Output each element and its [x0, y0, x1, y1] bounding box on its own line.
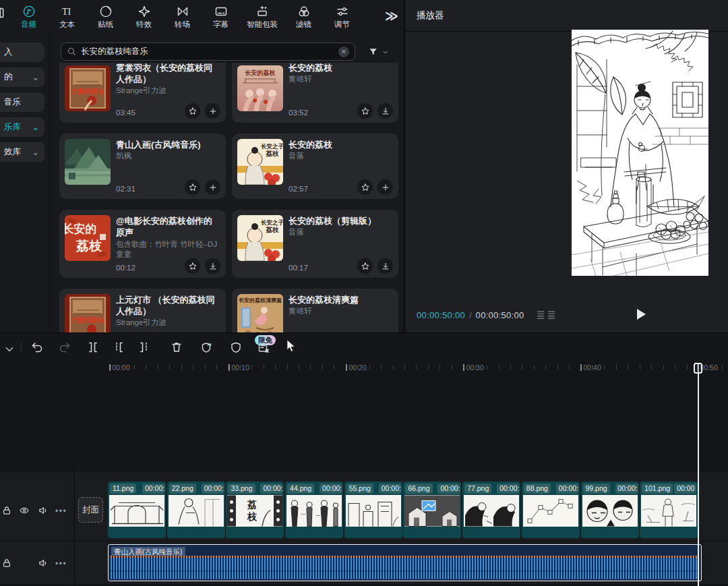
tab-audio[interactable]: 音频 — [9, 1, 48, 31]
mask-shield-icon[interactable] — [229, 341, 243, 354]
video-clip[interactable]: 88.png00:00:0 — [522, 481, 580, 538]
album-art: 长安之子荔枝 — [237, 215, 283, 261]
track-artist: 凯枫 — [116, 151, 220, 161]
favorite-star-button[interactable] — [357, 258, 373, 274]
favorite-star-button[interactable] — [357, 179, 373, 195]
player-title: 播放器 — [417, 9, 444, 22]
favorite-star-button[interactable] — [357, 103, 373, 119]
favorite-star-button[interactable] — [185, 258, 200, 274]
video-clip[interactable]: 101.png00:00 — [640, 481, 698, 538]
tab-sticker[interactable]: 贴纸 — [86, 1, 125, 31]
sidebar-item-import[interactable]: 入 — [0, 42, 44, 62]
add-to-timeline-button[interactable] — [205, 179, 220, 195]
tab-effects[interactable]: 特效 — [125, 1, 163, 31]
audio-clip[interactable]: 青山入画(古风纯音乐) — [108, 544, 702, 581]
music-card[interactable]: 长安之子荔枝 长安的荔枝 音落 02:57 — [232, 134, 398, 199]
search-box[interactable]: ✕ — [61, 42, 355, 61]
volume-icon[interactable] — [38, 505, 49, 516]
play-button[interactable] — [634, 307, 648, 324]
ruler-label: 00:20 — [346, 363, 367, 372]
music-card[interactable]: 大唐的荔枝 上元灯市 （长安的荔枝同人作品） Strange引力波 — [59, 289, 226, 332]
video-clip[interactable]: 77.png00:00:0 — [462, 481, 520, 538]
tab-smart-package[interactable]: 智能包装 — [240, 1, 284, 31]
music-card[interactable]: 长安的荔枝 @电影长安的荔枝创作的原声 包含歌曲：竹叶青 竹叶轻–DJ童童 00… — [59, 210, 226, 278]
eye-icon[interactable] — [19, 505, 30, 516]
video-clip[interactable]: 22.png00:00:0 — [167, 481, 225, 538]
smart-mask-ai-icon[interactable]: AI — [200, 341, 213, 354]
track-artist: 音落 — [289, 151, 393, 161]
track-title: 上元灯市 （长安的荔枝同人作品） — [116, 294, 220, 317]
video-clip[interactable]: 11.png00:00:0 — [108, 481, 166, 538]
tab-transitions[interactable]: 转场 — [163, 1, 202, 31]
album-art — [65, 139, 111, 185]
lock-icon[interactable] — [1, 505, 12, 516]
tab-captions[interactable]: 字幕 — [202, 1, 240, 31]
chevron-down-icon: ⌄ — [32, 72, 39, 82]
sidebar-item-music[interactable]: 音乐 — [0, 92, 44, 112]
svg-text:长安之子: 长安之子 — [261, 219, 283, 226]
track-duration: 00:17 — [289, 264, 308, 272]
video-clip[interactable]: 44.png00:00:0 — [285, 481, 343, 538]
tab-media-partial[interactable] — [0, 1, 9, 31]
video-clip[interactable]: 99.png00:00:0 — [581, 481, 639, 538]
track-artist: 黄靖轩 — [289, 74, 393, 84]
clip-thumbnail — [582, 495, 638, 527]
svg-text:荔枝: 荔枝 — [266, 150, 280, 157]
add-to-timeline-button[interactable] — [205, 103, 220, 119]
redo-icon[interactable] — [58, 341, 71, 354]
track-artist: Strange引力波 — [116, 86, 220, 96]
current-time: 00:00:50:00 — [417, 310, 465, 320]
tab-label: 字幕 — [213, 20, 229, 28]
filter-button[interactable] — [368, 44, 396, 60]
download-button[interactable] — [377, 258, 393, 274]
download-button[interactable] — [205, 258, 220, 274]
favorite-star-button[interactable] — [185, 179, 200, 195]
clip-thumbnail — [346, 495, 401, 527]
music-card[interactable]: 长安的荔枝 长安的荔枝 黄靖轩 03:52 — [232, 63, 398, 123]
video-preview[interactable] — [572, 30, 708, 276]
time-ruler[interactable]: 00:00 00:10 00:20 00:30 00:40 00:50 — [0, 361, 728, 377]
sidebar-item-sound-effects[interactable]: 效库⌄ — [0, 142, 44, 162]
more-options-icon[interactable]: ••• — [55, 559, 67, 568]
track-title: 长安的荔枝（剪辑版） — [289, 215, 393, 227]
tab-filters[interactable]: 滤镜 — [284, 1, 323, 31]
delete-trash-icon[interactable] — [170, 341, 183, 354]
tab-text[interactable]: TI 文本 — [48, 1, 86, 31]
tab-adjust[interactable]: 调节 — [323, 1, 361, 31]
search-input[interactable] — [81, 47, 334, 57]
sidebar-item-music-library[interactable]: 乐库⌄ — [0, 117, 44, 137]
favorite-star-button[interactable] — [185, 103, 200, 119]
video-clip[interactable]: 55.png00:00:0 — [344, 481, 402, 538]
total-time: 00:00:50:00 — [476, 310, 524, 320]
undo-icon[interactable] — [30, 341, 44, 354]
trim-right-icon[interactable] — [138, 341, 151, 354]
trim-left-icon[interactable] — [112, 341, 125, 354]
media-icon — [0, 5, 5, 20]
music-card[interactable]: 大唐的荔枝 霓裳羽衣（长安的荔枝同人作品） Strange引力波 03:45 — [59, 63, 226, 123]
music-note-circle-icon — [22, 5, 36, 18]
add-to-timeline-button[interactable] — [377, 179, 393, 195]
video-clip[interactable]: 66.png00:00:0 — [403, 481, 461, 538]
sidebar-divider — [49, 32, 49, 332]
video-clip[interactable]: 33.png00:00:0 荔枝 — [226, 481, 284, 538]
preview-layout-buttons[interactable] — [537, 310, 555, 320]
split-clip-icon[interactable] — [86, 341, 100, 354]
music-card[interactable]: 长安之子荔枝 长安的荔枝（剪辑版） 音落 00:17 — [232, 210, 398, 278]
playhead-line — [698, 363, 699, 586]
expand-panel-button[interactable]: ≫ — [385, 8, 397, 24]
volume-icon[interactable] — [38, 558, 49, 568]
music-card[interactable]: 长安的荔枝清爽篇 长安的荔枝清爽篇 黄靖轩 — [232, 289, 398, 332]
mouse-cursor — [286, 339, 296, 353]
funnel-icon — [368, 47, 379, 57]
lock-icon[interactable] — [1, 558, 12, 568]
column-list-icon — [547, 310, 555, 320]
playhead-handle[interactable] — [694, 363, 702, 374]
music-card[interactable]: 青山入画(古风纯音乐) 凯枫 02:31 — [59, 134, 226, 199]
clear-search-icon[interactable]: ✕ — [338, 47, 349, 57]
more-options-icon[interactable]: ••• — [55, 506, 67, 516]
cover-button[interactable]: 封面 — [78, 497, 103, 523]
download-button[interactable] — [377, 103, 393, 119]
clip-thumbnail — [641, 495, 696, 527]
chevron-down-icon[interactable] — [4, 343, 15, 356]
sidebar-item-mine[interactable]: 的⌄ — [0, 67, 44, 87]
